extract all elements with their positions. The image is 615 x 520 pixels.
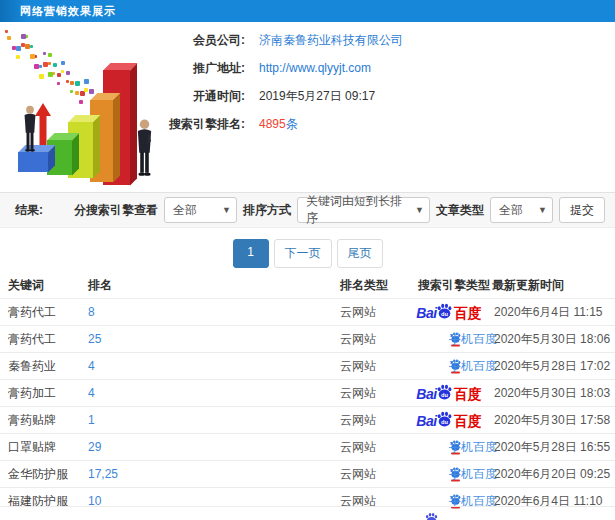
next-page-button[interactable]: 下一页 [274,239,332,268]
baidu-paw-icon: du [436,303,453,320]
last-page-button[interactable]: 尾页 [337,239,383,268]
confetti-dot [7,36,11,40]
svg-text:du: du [441,419,448,425]
confetti-dot [16,46,21,51]
sort-select[interactable]: 关键词由短到长排序 ▼ [297,197,430,223]
confetti-dot [48,62,51,65]
confetti-dot [30,54,35,59]
info-row: 推广地址:http://www.qlyyjt.com [160,54,600,82]
keyword-cell: 膏药代工 [8,304,56,321]
confetti-dot [79,100,83,104]
confetti-dot [80,91,85,96]
businessman-figure-right [135,115,154,181]
confetti-dot [70,90,73,93]
updated-cell: 2020年5月30日 17:58 [494,412,610,429]
confetti-dot [89,89,94,94]
rank-link[interactable]: 25 [88,332,101,346]
rank-type-cell: 云网站 [340,439,376,456]
row-divider [0,506,615,507]
marketing-report-page: 网络营销效果展示 [0,0,615,520]
keyword-cell: 口罩贴牌 [8,439,56,456]
rank-link[interactable]: 4 [88,359,95,373]
confetti-dot [66,71,70,75]
info-value: 4895条 [259,116,298,133]
updated-cell: 2020年5月28日 17:02 [494,358,610,375]
businessman-figure-left [22,105,38,153]
table-row: 福建防护服 10 云网站 手机百度 2020年6月4日 11:10 [0,487,615,514]
rank-type-cell: 云网站 [340,304,376,321]
table-row: 膏药贴牌 1 云网站 Bai du 百度 2020年5月30日 17:58 [0,406,615,433]
baidu-paw-icon: du [436,411,453,428]
confetti-dot [66,80,69,83]
baidu-pc-logo: Bai du 百度 [416,411,481,430]
page-title: 网络营销效果展示 [20,4,116,19]
col-keyword: 关键词 [8,277,44,294]
confetti-dot [70,81,74,85]
table-header: 关键词 排名 排名类型 搜索引擎类型 最新更新时间 [0,270,615,298]
confetti-dot [43,62,48,67]
engine-select-value: 全部 [173,202,197,219]
rank-link[interactable]: 1 [88,413,95,427]
confetti-dot [34,55,37,58]
member-info-panel: 会员公司:济南秦鲁药业科技有限公司推广地址:http://www.qlyyjt.… [160,26,600,138]
svg-text:du: du [441,392,448,398]
bar-blue [18,152,48,172]
keyword-cell: 膏药代工 [8,331,56,348]
info-value: http://www.qlyyjt.com [259,61,371,75]
result-count-unit: 条 [286,117,298,131]
confetti-dot [53,63,57,67]
confetti-dot [84,79,89,84]
keyword-cell: 秦鲁药业 [8,358,56,375]
confetti-dot [12,46,16,50]
table-row: 秦鲁药业 4 云网站 手机百度 2020年5月28日 17:02 [0,352,615,379]
article-type-select[interactable]: 全部 ▼ [490,197,553,223]
col-updated: 最新更新时间 [492,277,564,294]
confetti-dot [57,82,60,85]
rank-link[interactable]: 4 [88,386,95,400]
updated-cell: 2020年6月4日 11:15 [494,304,603,321]
info-row: 开通时间:2019年5月27日 09:17 [160,82,600,110]
confetti-dot [16,55,20,59]
page-1-button[interactable]: 1 [233,239,269,268]
chart-illustration [5,30,175,185]
col-rank-type: 排名类型 [340,277,388,294]
filter-controls: 分搜索引擎查看 全部 ▼ 排序方式 关键词由短到长排序 ▼ 文章类型 全部 ▼ … [74,197,605,223]
article-type-label: 文章类型 [436,202,484,219]
submit-button[interactable]: 提交 [559,197,605,223]
baidu-paw-icon [424,512,439,520]
app-title-bar: 网络营销效果展示 [0,0,615,22]
col-rank: 排名 [88,277,112,294]
confetti-dot [48,72,53,77]
engine-filter-label: 分搜索引擎查看 [74,202,158,219]
rank-type-cell: 云网站 [340,466,376,483]
rank-link[interactable]: 8 [88,305,95,319]
sort-select-value: 关键词由短到长排序 [306,193,410,227]
confetti-dot [30,45,33,48]
updated-cell: 2020年5月30日 18:03 [494,385,610,402]
table-row: 膏药代工 8 云网站 Bai du 百度 2020年6月4日 11:15 [0,298,615,325]
baidu-pc-logo: Bai du 百度 [416,384,481,403]
rank-link[interactable]: 17,25 [88,467,118,481]
rank-link[interactable]: 29 [88,440,101,454]
table-row: 膏药加工 4 云网站 Bai du 百度 2020年5月30日 18:03 [0,379,615,406]
confetti-dot [57,73,61,77]
confetti-dot [39,65,42,68]
baidu-pc-logo: Bai du 百度 [416,303,481,322]
info-row: 会员公司:济南秦鲁药业科技有限公司 [160,26,600,54]
engine-select[interactable]: 全部 ▼ [164,197,237,223]
info-label: 推广地址: [160,60,245,77]
rank-type-cell: 云网站 [340,331,376,348]
keyword-cell: 金华防护服 [8,466,68,483]
rank-type-cell: 云网站 [340,412,376,429]
confetti-dot [52,72,55,75]
confetti-dot [61,61,65,65]
keyword-cell: 膏药贴牌 [8,412,56,429]
confetti-dot [48,53,52,57]
info-row: 搜索引擎排名:4895条 [160,110,600,138]
info-value: 济南秦鲁药业科技有限公司 [259,32,403,49]
info-value-link[interactable]: http://www.qlyyjt.com [259,61,371,75]
rank-type-cell: 云网站 [340,385,376,402]
result-count: 4895 [259,117,286,131]
info-value-link[interactable]: 济南秦鲁药业科技有限公司 [259,33,403,47]
confetti-dot [21,43,25,47]
